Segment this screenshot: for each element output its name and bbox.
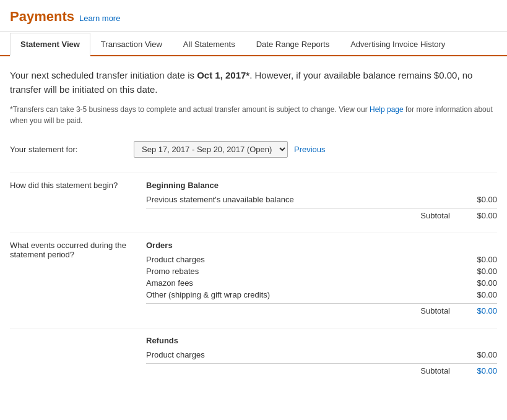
beginning-balance-content: Beginning Balance Previous statement's u… (146, 181, 497, 220)
statement-select[interactable]: Sep 17, 2017 - Sep 20, 2017 (Open) (134, 141, 288, 158)
orders-header: Orders (146, 241, 497, 250)
prev-unavailable-balance-label: Previous statement's unavailable balance (146, 195, 294, 204)
statement-for-label: Your statement for: (10, 145, 134, 154)
orders-subtotal: Subtotal $0.00 (146, 303, 497, 315)
orders-items: Product charges $0.00 Promo rebates $0.0… (146, 255, 497, 299)
refund-product-charges-value: $0.00 (460, 350, 497, 359)
beginning-balance-subtotal-label: Subtotal (420, 211, 450, 220)
learn-more-link[interactable]: Learn more (79, 14, 120, 23)
beginning-balance-items: Previous statement's unavailable balance… (146, 195, 497, 204)
beginning-balance-section: How did this statement begin? Beginning … (10, 173, 497, 228)
transfer-note-text: *Transfers can take 3-5 business days to… (10, 105, 370, 114)
transfer-note: *Transfers can take 3-5 business days to… (10, 104, 497, 126)
tab-statement-view[interactable]: Statement View (10, 33, 90, 56)
orders-content: Orders Product charges $0.00 Promo rebat… (146, 241, 497, 315)
refunds-header: Refunds (146, 336, 497, 345)
refunds-question (10, 336, 146, 375)
refunds-subtotal-label: Subtotal (420, 366, 450, 375)
list-item: Product charges $0.00 (146, 350, 497, 359)
beginning-balance-subtotal: Subtotal $0.00 (146, 208, 497, 220)
statement-select-wrapper: Sep 17, 2017 - Sep 20, 2017 (Open) Previ… (134, 141, 326, 158)
tab-transaction-view[interactable]: Transaction View (90, 33, 173, 56)
transfer-notice-date: Oct 1, 2017* (197, 70, 249, 80)
refunds-section: Refunds Product charges $0.00 Subtotal $… (10, 328, 497, 383)
prev-unavailable-balance-value: $0.00 (460, 195, 497, 204)
refunds-subtotal-value[interactable]: $0.00 (460, 366, 497, 375)
product-charges-value: $0.00 (460, 255, 497, 264)
help-page-link[interactable]: Help page (370, 105, 404, 114)
tabs-bar: Statement View Transaction View All Stat… (0, 32, 507, 56)
amazon-fees-value: $0.00 (460, 278, 497, 288)
promo-rebates-value: $0.00 (460, 267, 497, 276)
payments-title: Payments (10, 9, 74, 25)
transfer-notice-prefix: Your next scheduled transfer initiation … (10, 70, 197, 80)
amazon-fees-label: Amazon fees (146, 278, 193, 288)
orders-subtotal-value[interactable]: $0.00 (460, 306, 497, 315)
tab-all-statements[interactable]: All Statements (173, 33, 246, 56)
list-item: Product charges $0.00 (146, 255, 497, 264)
product-charges-label: Product charges (146, 255, 205, 264)
beginning-balance-header: Beginning Balance (146, 181, 497, 190)
main-content: Your next scheduled transfer initiation … (0, 56, 507, 400)
refunds-subtotal: Subtotal $0.00 (146, 363, 497, 375)
tab-advertising-invoice-history[interactable]: Advertising Invoice History (340, 33, 456, 56)
page-header: Payments Learn more (0, 0, 507, 32)
refunds-items: Product charges $0.00 (146, 350, 497, 359)
refunds-content: Refunds Product charges $0.00 Subtotal $… (146, 336, 497, 375)
orders-question: What events occurred during the statemen… (10, 241, 146, 315)
beginning-balance-question: How did this statement begin? (10, 181, 146, 220)
list-item: Other (shipping & gift wrap credits) $0.… (146, 290, 497, 299)
other-credits-label: Other (shipping & gift wrap credits) (146, 290, 270, 299)
orders-subtotal-label: Subtotal (420, 306, 450, 315)
statement-selector-row: Your statement for: Sep 17, 2017 - Sep 2… (10, 141, 497, 158)
list-item: Amazon fees $0.00 (146, 278, 497, 288)
tab-date-range-reports[interactable]: Date Range Reports (246, 33, 340, 56)
orders-section: What events occurred during the statemen… (10, 233, 497, 323)
promo-rebates-label: Promo rebates (146, 267, 199, 276)
refund-product-charges-label: Product charges (146, 350, 205, 359)
transfer-notice: Your next scheduled transfer initiation … (10, 69, 497, 96)
list-item: Promo rebates $0.00 (146, 267, 497, 276)
other-credits-value: $0.00 (460, 290, 497, 299)
header-title-row: Payments Learn more (10, 9, 497, 25)
previous-link[interactable]: Previous (294, 145, 326, 154)
beginning-balance-subtotal-value: $0.00 (460, 211, 497, 220)
list-item: Previous statement's unavailable balance… (146, 195, 497, 204)
